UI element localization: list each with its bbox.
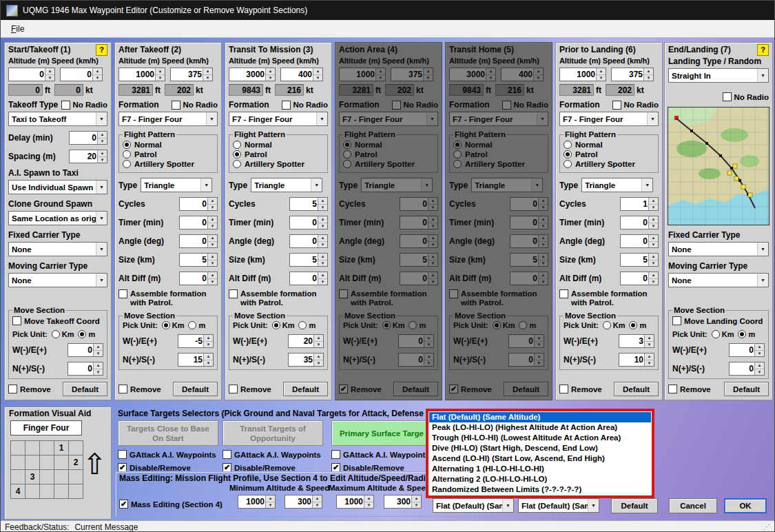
patrol-radio[interactable]: Patrol	[564, 150, 654, 158]
altitude-spinner[interactable]: 3000▲▼	[229, 68, 276, 81]
spin-up-icon[interactable]: ▲	[428, 235, 437, 241]
radio-dot[interactable]	[343, 150, 351, 158]
spinner-arrows[interactable]: ▲▼	[207, 272, 217, 285]
patrol-radio[interactable]: Patrol	[123, 150, 214, 158]
default-button[interactable]: Default	[63, 382, 107, 396]
spinner-arrows[interactable]: ▲▼	[265, 495, 275, 508]
spin-up-icon[interactable]: ▲	[156, 68, 165, 74]
spin-down-icon[interactable]: ▼	[539, 223, 548, 229]
angle-spinner[interactable]: 0▲▼	[620, 234, 659, 248]
west-east-spinner[interactable]: 20▲▼	[288, 334, 324, 348]
spin-down-icon[interactable]: ▼	[539, 241, 548, 248]
radio-dot[interactable]	[409, 321, 417, 329]
spinner-arrows[interactable]: ▲▼	[203, 335, 213, 347]
spin-down-icon[interactable]: ▼	[93, 74, 102, 81]
spinner-arrows[interactable]: ▲▼	[375, 68, 385, 81]
clone-spawn-select[interactable]: Same Location as orig▼	[8, 211, 107, 225]
spinner-arrows[interactable]: ▲▼	[534, 335, 544, 347]
checkbox-box[interactable]	[559, 385, 568, 393]
spin-down-icon[interactable]: ▼	[203, 74, 212, 81]
spinner-arrows[interactable]: ▲▼	[423, 68, 433, 81]
unit-km-radio[interactable]: Km	[493, 321, 515, 329]
spinner-arrows[interactable]: ▲▼	[97, 150, 107, 163]
spinner-arrows[interactable]: ▲▼	[313, 354, 323, 366]
spinner-arrows[interactable]: ▲▼	[203, 354, 213, 366]
default-button[interactable]: Default	[283, 382, 328, 396]
spinner-arrows[interactable]: ▲▼	[538, 254, 548, 266]
delay-spinner[interactable]: 0▲▼	[69, 131, 107, 145]
speed-spinner[interactable]: 400▲▼	[501, 68, 544, 81]
cycles-spinner[interactable]: 5▲▼	[289, 197, 328, 211]
spinner-arrows[interactable]: ▲▼	[318, 254, 327, 266]
radio-dot[interactable]	[564, 141, 572, 149]
default-button[interactable]: Default	[393, 382, 438, 396]
north-south-spinner[interactable]: 35▲▼	[288, 353, 324, 367]
spin-up-icon[interactable]: ▲	[428, 216, 437, 223]
help-icon[interactable]: ?	[757, 44, 769, 56]
spin-down-icon[interactable]: ▼	[649, 223, 658, 229]
spin-down-icon[interactable]: ▼	[314, 341, 323, 348]
checkbox-box[interactable]	[668, 385, 677, 393]
checkbox-box[interactable]	[172, 101, 180, 110]
spin-down-icon[interactable]: ▼	[645, 341, 654, 348]
normal-radio[interactable]: Normal	[564, 141, 654, 149]
formation-select[interactable]: F7 - Finger Four▼	[449, 112, 548, 126]
cycles-spinner[interactable]: 0▲▼	[179, 197, 218, 211]
spin-down-icon[interactable]: ▼	[412, 502, 421, 509]
west-east-spinner[interactable]: 0▲▼	[68, 343, 103, 357]
north-south-spinner[interactable]: 0▲▼	[68, 362, 103, 376]
spinner-arrows[interactable]: ▲▼	[754, 362, 764, 375]
spin-down-icon[interactable]: ▼	[755, 369, 764, 376]
checkbox-box[interactable]	[612, 101, 621, 110]
spin-up-icon[interactable]: ▲	[486, 68, 495, 74]
spin-up-icon[interactable]: ▲	[376, 68, 385, 74]
spin-down-icon[interactable]: ▼	[486, 74, 495, 81]
north-south-spinner[interactable]: 10▲▼	[619, 353, 654, 367]
spin-down-icon[interactable]: ▼	[208, 204, 217, 211]
speed-spinner[interactable]: 375▲▼	[611, 68, 654, 81]
spin-up-icon[interactable]: ▲	[649, 272, 658, 278]
spinner-arrows[interactable]: ▲▼	[754, 344, 764, 356]
spin-down-icon[interactable]: ▼	[313, 74, 322, 81]
spin-down-icon[interactable]: ▼	[266, 74, 275, 81]
spin-up-icon[interactable]: ▲	[313, 495, 322, 502]
cycles-spinner[interactable]: 0▲▼	[400, 197, 438, 211]
title-bar[interactable]: UQMG 1946 Max Waypoint Editor (Customize…	[1, 1, 774, 20]
checkbox-box[interactable]: ✔	[339, 385, 348, 393]
spin-down-icon[interactable]: ▼	[94, 369, 103, 376]
spin-down-icon[interactable]: ▼	[644, 74, 653, 81]
altitude-spinner[interactable]: 1000▲▼	[559, 68, 606, 81]
west-east-spinner[interactable]: 0▲▼	[508, 334, 544, 348]
radio-dot[interactable]	[123, 160, 131, 168]
checkbox-box[interactable]	[449, 289, 458, 298]
spin-up-icon[interactable]: ▲	[649, 198, 658, 204]
spin-down-icon[interactable]: ▼	[313, 502, 322, 509]
surface-target-button-3[interactable]: Primary Surface Targe	[331, 420, 432, 446]
remove-checkbox[interactable]: Remove	[118, 385, 161, 393]
assemble-formation-checkbox[interactable]: Assemble formation with Patrol.	[339, 289, 432, 307]
unit-m-radio[interactable]: m	[629, 321, 646, 329]
spinner-arrows[interactable]: ▲▼	[265, 68, 275, 81]
artillery-spotter-radio[interactable]: Artillery Spotter	[123, 160, 214, 168]
checkbox-box[interactable]: ✔	[449, 385, 458, 393]
radio-dot[interactable]	[453, 141, 462, 149]
move-coord-checkbox[interactable]: Move Takeoff Coord	[12, 316, 100, 325]
radio-dot[interactable]	[564, 150, 572, 158]
artillery-spotter-radio[interactable]: Artillery Spotter	[233, 160, 324, 168]
north-south-spinner[interactable]: 15▲▼	[178, 353, 214, 367]
spinner-arrows[interactable]: ▲▼	[318, 216, 327, 229]
spin-down-icon[interactable]: ▼	[204, 360, 213, 367]
spinner-arrows[interactable]: ▲▼	[93, 362, 103, 375]
spinner-arrows[interactable]: ▲▼	[538, 235, 548, 247]
spinner-arrows[interactable]: ▲▼	[644, 335, 654, 347]
spin-down-icon[interactable]: ▼	[266, 502, 275, 509]
spin-up-icon[interactable]: ▲	[208, 216, 217, 223]
spinner-arrows[interactable]: ▲▼	[486, 68, 495, 81]
dropdown-option[interactable]: Ascend (LO-HI) (Start Low, Ascend, End H…	[429, 453, 651, 464]
spin-up-icon[interactable]: ▲	[412, 495, 421, 502]
spin-down-icon[interactable]: ▼	[364, 502, 373, 509]
no-radio-checkbox[interactable]: No Radio	[723, 92, 769, 101]
checkbox-box[interactable]	[672, 316, 681, 325]
spinner-arrows[interactable]: ▲▼	[648, 272, 658, 285]
radio-dot[interactable]	[123, 141, 131, 149]
